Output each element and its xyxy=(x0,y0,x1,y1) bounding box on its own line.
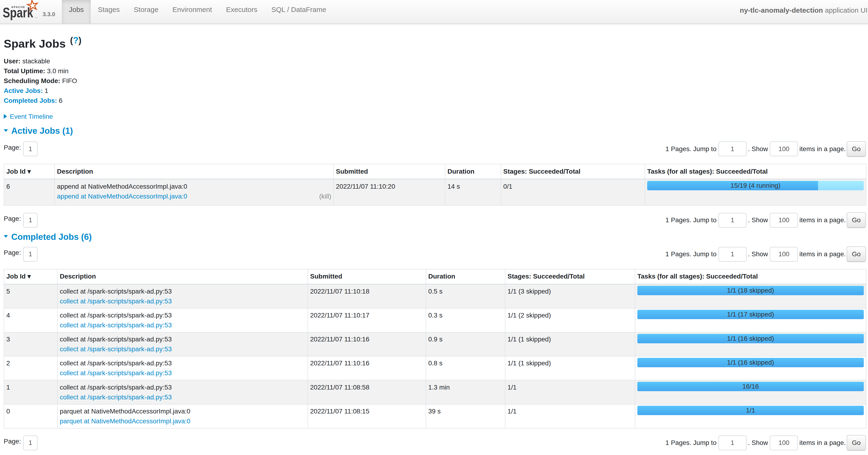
svg-text:TM: TM xyxy=(35,17,37,18)
svg-text:Spark: Spark xyxy=(3,5,33,21)
